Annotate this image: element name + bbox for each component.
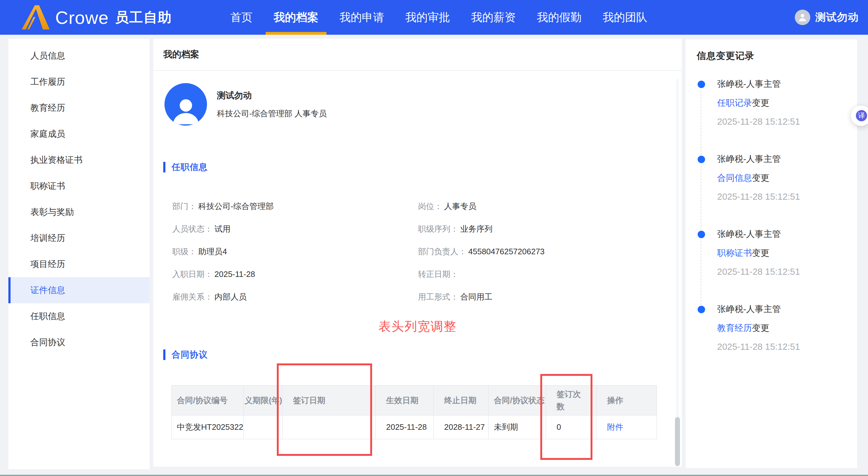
field-department-head: 部门负责人45580476257206273 [418,245,545,258]
sidebar-item-awards[interactable]: 表彰与奖励 [8,199,150,225]
change-timestamp: 2025-11-28 15:12:51 [717,341,848,352]
timeline-dot-icon [698,81,705,88]
field-label: 用工形式 [418,291,458,303]
change-log-title: 信息变更记录 [697,49,754,62]
change-log-entry-employment-record: 张峥税-人事主管任职记录变更2025-11-28 15:12:51 [697,78,848,127]
highlight-rect-sign-date [277,364,372,456]
field-row: 雇佣关系内部人员用工形式合同用工 [172,291,662,313]
cell-status: 未到期 [489,415,546,439]
change-timestamp: 2025-11-28 15:12:51 [717,116,848,127]
change-author: 张峥税-人事主管 [717,154,848,165]
page: Crowe 员工自助 首页我的档案我的申请我的审批我的薪资我的假勤我的团队 测试… [0,0,868,476]
field-regularization-date: 转正日期 [418,268,460,280]
nav-tab-my-approvals[interactable]: 我的审批 [397,0,458,35]
highlight-rect-sign-count [540,374,592,460]
annotation-text: 表头列宽调整 [153,318,682,335]
field-value: 45580476257206273 [468,245,545,258]
sidebar-item-employment-info[interactable]: 任职信息 [8,303,150,329]
user-avatar-icon [795,10,810,25]
brand-product-title: 员工自助 [115,8,172,27]
change-suffix: 变更 [752,323,769,333]
change-suffix: 变更 [752,173,769,183]
col-header-status: 合同/协议状态 [489,385,546,415]
field-employment-relation: 雇佣关系内部人员 [172,291,418,303]
timeline-dot-icon [698,306,705,313]
profile-name: 测试勿动 [217,90,327,101]
col-header-end-date: 终止日期 [434,385,489,415]
main-header: 我的档案 [153,39,682,71]
field-position: 岗位人事专员 [418,200,476,212]
change-suffix: 变更 [752,248,769,258]
field-label: 岗位 [418,200,442,212]
attachment-link[interactable]: 附件 [607,422,623,432]
change-suffix: 变更 [752,98,769,108]
sidebar-item-practice-certificates[interactable]: 执业资格证书 [8,147,150,173]
cell-end-date: 2028-11-27 [434,415,489,439]
field-employee-status: 人员状态试用 [172,223,418,235]
profile-subtitle: 科技公司-综合管理部 人事专员 [217,108,327,119]
field-label: 职级序列 [418,223,458,235]
cell-contract-no: 中竞发HT2025322 [172,415,244,439]
cell-actions: 附件 [596,415,657,439]
top-nav: 首页我的档案我的申请我的审批我的薪资我的假勤我的团队 [222,0,660,35]
change-log-panel: 信息变更记录 张峥税-人事主管任职记录变更2025-11-28 15:12:51… [685,39,857,468]
cell-effective-date: 2025-11-28 [375,415,434,439]
field-label: 人员状态 [172,223,213,235]
nav-tab-my-team[interactable]: 我的团队 [595,0,655,35]
sidebar-item-contracts[interactable]: 合同协议 [8,329,150,355]
crowe-logo-icon [18,5,50,30]
scrollbar-thumb[interactable] [675,417,680,466]
page-title: 我的档案 [163,48,199,61]
sidebar-item-education-history[interactable]: 教育经历 [8,95,150,121]
field-value: 内部人员 [214,291,247,303]
timeline-dot-icon [698,156,705,163]
section-contract-title: 合同协议 [163,349,208,360]
change-timestamp: 2025-11-28 15:12:51 [717,266,848,277]
user-chip[interactable]: 测试勿动 [795,0,859,35]
section-title-bar [163,162,165,172]
nav-tab-home[interactable]: 首页 [222,0,261,35]
change-link[interactable]: 职称证书 [717,248,752,258]
change-description: 合同信息变更 [717,172,848,183]
field-value: 科技公司-综合管理部 [198,200,274,212]
change-log-timeline: 张峥税-人事主管任职记录变更2025-11-28 15:12:51张峥税-人事主… [697,78,848,379]
field-department: 部门科技公司-综合管理部 [172,200,418,212]
sidebar-item-family-members[interactable]: 家庭成员 [8,121,150,147]
field-label: 部门 [172,200,196,212]
sidebar-item-training-history[interactable]: 培训经历 [8,225,150,251]
change-description: 教育经历变更 [717,322,848,334]
field-hire-date: 入职日期2025-11-28 [172,268,418,280]
field-value: 人事专员 [444,200,476,212]
change-link[interactable]: 教育经历 [717,323,752,333]
field-employment-type: 用工形式合同用工 [418,291,493,303]
profile-block: 测试勿动 科技公司-综合管理部 人事专员 [164,83,327,126]
nav-tab-my-attendance[interactable]: 我的假勤 [529,0,590,35]
field-rank: 职级助理员4 [172,245,418,258]
change-author: 张峥税-人事主管 [717,78,848,90]
change-author: 张峥税-人事主管 [717,229,848,240]
change-description: 任职记录变更 [717,97,848,108]
change-timestamp: 2025-11-28 15:12:51 [717,191,848,202]
field-row: 人员状态试用职级序列业务序列 [172,223,662,245]
brand: Crowe 员工自助 [18,0,172,35]
timeline-dot-icon [698,231,705,238]
sidebar-item-title-certificates[interactable]: 职称证书 [8,173,150,199]
col-header-contract-no: 合同/协议编号 [172,385,244,415]
change-link[interactable]: 任职记录 [717,98,752,108]
change-link[interactable]: 合同信息 [717,173,752,183]
field-rank-sequence: 职级序列业务序列 [418,223,493,235]
field-value: 试用 [214,223,230,235]
col-header-actions: 操作 [596,385,657,415]
nav-tab-my-salary[interactable]: 我的薪资 [463,0,524,35]
field-row: 入职日期2025-11-28转正日期 [172,268,662,291]
sidebar-item-credential-info[interactable]: 证件信息 [8,277,150,303]
nav-tab-my-archive[interactable]: 我的档案 [266,0,327,35]
sidebar-item-personnel-info[interactable]: 人员信息 [8,43,150,69]
field-label: 入职日期 [172,268,213,280]
nav-tab-my-applications[interactable]: 我的申请 [332,0,392,35]
topbar: Crowe 员工自助 首页我的档案我的申请我的审批我的薪资我的假勤我的团队 测试… [0,0,868,35]
sidebar-item-work-history[interactable]: 工作履历 [8,69,150,95]
change-log-entry-title-certificate: 张峥税-人事主管职称证书变更2025-11-28 15:12:51 [697,229,848,277]
sidebar-item-project-history[interactable]: 项目经历 [8,251,150,277]
field-row: 职级助理员4部门负责人45580476257206273 [172,245,662,268]
